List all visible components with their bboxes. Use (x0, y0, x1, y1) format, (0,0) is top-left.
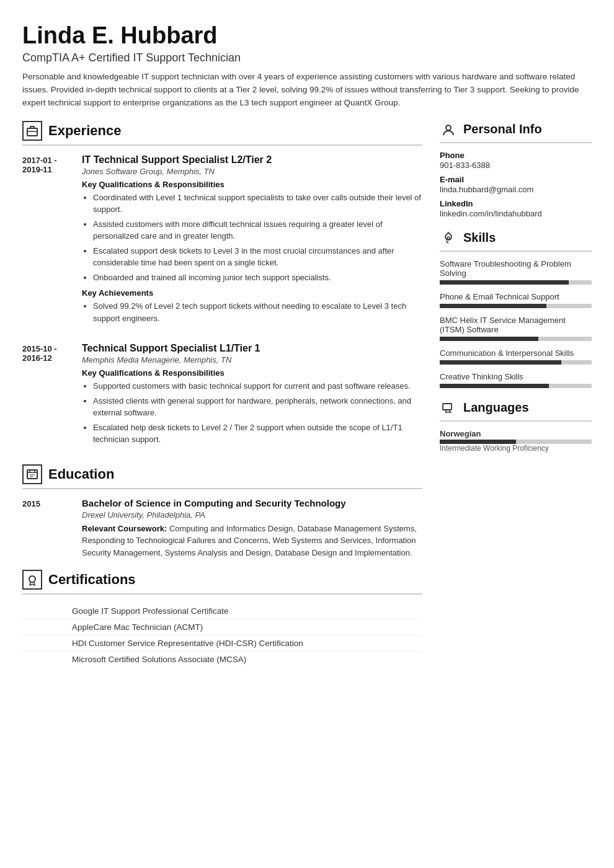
email-value: linda.hubbard@gmail.com (440, 185, 592, 194)
left-column: Experience 2017-01 - 2019-11IT Technical… (22, 121, 422, 846)
skill-item: Phone & Email Technical Support (440, 292, 592, 308)
certification-item: Microsoft Certified Solutions Associate … (22, 652, 422, 667)
skill-bar-fill (440, 337, 538, 341)
exp-bullet: Escalated support desk tickets to Level … (93, 245, 422, 269)
exp-bullets: Supported customers with basic technical… (82, 380, 422, 446)
skills-section-header: Skills (440, 229, 592, 252)
exp-bullet: Coordinated with Level 1 technical suppo… (93, 192, 422, 216)
certifications-icon (22, 570, 42, 590)
resume-header: Linda E. Hubbard CompTIA A+ Certified IT… (22, 22, 592, 110)
resume-page: Linda E. Hubbard CompTIA A+ Certified IT… (0, 0, 614, 868)
edu-coursework: Relevant Coursework: Computing and Infor… (82, 523, 422, 559)
skill-bar-bg (440, 304, 592, 308)
skill-name: BMC Helix IT Service Management (ITSM) S… (440, 316, 592, 334)
phone-label: Phone (440, 151, 592, 160)
experience-icon (22, 121, 42, 141)
education-icon (22, 464, 42, 484)
svg-rect-0 (27, 128, 37, 136)
exp-achievements: Solved 99.2% of Level 2 tech support tic… (82, 300, 422, 324)
skill-bar-bg (440, 280, 592, 285)
linkedin-block: LinkedIn linkedin.com/in/lindahubbard (440, 199, 592, 218)
candidate-title: CompTIA A+ Certified IT Support Technici… (22, 51, 592, 64)
exp-bullet: Onboarded and trained all incoming junio… (93, 272, 422, 284)
skill-name: Phone & Email Technical Support (440, 292, 592, 301)
exp-dates: 2015-10 - 2016-12 (22, 343, 72, 451)
certifications-list: Google IT Support Professional Certifica… (22, 603, 422, 667)
education-title: Education (48, 466, 114, 482)
skill-item: Communication & Interpersonal Skills (440, 348, 592, 365)
certification-item: HDI Customer Service Representative (HDI… (22, 636, 422, 652)
svg-point-4 (446, 125, 451, 130)
email-block: E-mail linda.hubbard@gmail.com (440, 175, 592, 194)
exp-bullet: Assisted clients with general support fo… (93, 395, 422, 419)
phone-value: 901-833-6388 (440, 161, 592, 170)
language-bar-fill (440, 440, 516, 444)
education-section-header: Education (22, 464, 422, 489)
exp-qual-label: Key Qualifications & Responsibilities (82, 368, 422, 378)
language-name: Norwegian (440, 429, 592, 438)
experience-title: Experience (48, 123, 121, 139)
language-level: Intermediate Working Proficiency (440, 444, 592, 453)
skill-item: Creative Thinking Skills (440, 372, 592, 388)
certifications-title: Certifications (48, 572, 136, 588)
languages-icon (440, 399, 457, 417)
languages-title: Languages (463, 401, 529, 415)
edu-content: Bachelor of Science in Computing and Sec… (82, 498, 422, 559)
exp-content: Technical Support Specialist L1/Tier 1Me… (82, 343, 422, 451)
languages-list: NorwegianIntermediate Working Proficienc… (440, 429, 592, 453)
exp-company: Memphis Media Menagerie, Memphis, TN (82, 355, 422, 365)
experience-list: 2017-01 - 2019-11IT Technical Support Sp… (22, 154, 422, 451)
skills-icon (440, 229, 457, 247)
experience-item: 2017-01 - 2019-11IT Technical Support Sp… (22, 154, 422, 330)
exp-qual-label: Key Qualifications & Responsibilities (82, 180, 422, 189)
candidate-summary: Personable and knowledgeable IT support … (22, 71, 592, 110)
svg-rect-2 (27, 470, 37, 479)
svg-point-5 (447, 237, 450, 239)
exp-title: Technical Support Specialist L1/Tier 1 (82, 343, 422, 354)
personal-info-title: Personal Info (463, 122, 542, 136)
skills-list: Software Troubleshooting & Problem Solvi… (440, 259, 592, 388)
skill-bar-bg (440, 384, 592, 388)
edu-year: 2015 (22, 498, 72, 559)
skill-bar-fill (440, 384, 549, 388)
svg-point-3 (29, 576, 35, 582)
skills-title: Skills (463, 231, 496, 245)
exp-dates: 2017-01 - 2019-11 (22, 154, 72, 330)
exp-bullet: Supported customers with basic technical… (93, 380, 422, 392)
skill-name: Communication & Interpersonal Skills (440, 348, 592, 358)
certifications-section-header: Certifications (22, 570, 422, 595)
education-list: 2015Bachelor of Science in Computing and… (22, 498, 422, 559)
exp-bullets: Coordinated with Level 1 technical suppo… (82, 192, 422, 284)
exp-content: IT Technical Support Specialist L2/Tier … (82, 154, 422, 330)
skill-bar-fill (440, 304, 546, 308)
skill-item: BMC Helix IT Service Management (ITSM) S… (440, 316, 592, 341)
exp-title: IT Technical Support Specialist L2/Tier … (82, 154, 422, 166)
phone-block: Phone 901-833-6388 (440, 151, 592, 170)
exp-company: Jones Software Group, Memphis, TN (82, 167, 422, 176)
personal-info-icon (440, 121, 457, 138)
candidate-name: Linda E. Hubbard (22, 22, 592, 49)
experience-item: 2015-10 - 2016-12Technical Support Speci… (22, 343, 422, 451)
skill-bar-fill (440, 360, 561, 365)
right-column: Personal Info Phone 901-833-6388 E-mail … (440, 121, 592, 846)
main-layout: Experience 2017-01 - 2019-11IT Technical… (22, 121, 592, 846)
languages-section-header: Languages (440, 399, 592, 422)
language-bar-bg (440, 440, 592, 444)
education-item: 2015Bachelor of Science in Computing and… (22, 498, 422, 559)
language-item: NorwegianIntermediate Working Proficienc… (440, 429, 592, 453)
experience-section-header: Experience (22, 121, 422, 146)
skill-item: Software Troubleshooting & Problem Solvi… (440, 259, 592, 285)
skill-name: Creative Thinking Skills (440, 372, 592, 381)
exp-achievement: Solved 99.2% of Level 2 tech support tic… (93, 300, 422, 324)
skill-bar-bg (440, 360, 592, 365)
linkedin-label: LinkedIn (440, 199, 592, 208)
exp-bullet: Assisted customers with more difficult t… (93, 218, 422, 242)
edu-school: Drexel University, Philadelphia, PA (82, 510, 422, 520)
email-label: E-mail (440, 175, 592, 184)
svg-rect-6 (443, 404, 452, 410)
linkedin-value: linkedin.com/in/lindahubbard (440, 209, 592, 218)
skill-bar-bg (440, 337, 592, 341)
exp-achievement-label: Key Achievements (82, 288, 422, 298)
skill-bar-fill (440, 280, 569, 285)
certification-item: AppleCare Mac Technician (ACMT) (22, 619, 422, 636)
